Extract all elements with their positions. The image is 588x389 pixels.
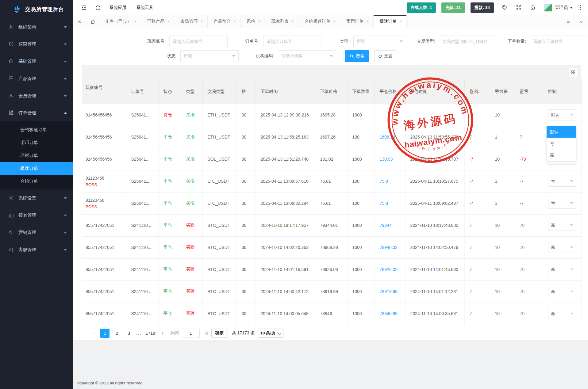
page-number[interactable]: 1: [100, 329, 110, 338]
sidebar-subitem[interactable]: 合约订单: [0, 175, 73, 188]
sidebar-item-product[interactable]: 产品管理: [0, 70, 73, 87]
tab-close-icon[interactable]: ×: [234, 19, 236, 24]
control-select[interactable]: 亏: [548, 176, 576, 187]
home-tab-icon[interactable]: [86, 15, 99, 28]
control-select[interactable]: 默认: [548, 109, 576, 120]
trade-type-input[interactable]: [439, 36, 497, 47]
chevron-down-icon: [570, 180, 573, 184]
page-size-select[interactable]: 10 条/页: [258, 329, 284, 338]
reset-button-label: 重置: [384, 53, 393, 59]
refresh-icon[interactable]: [95, 5, 101, 11]
tab-close-icon[interactable]: ×: [258, 19, 261, 24]
type-select[interactable]: 所有: [353, 36, 406, 47]
control-select[interactable]: 赢: [548, 308, 576, 319]
tabs-scroll-right-icon[interactable]: »: [562, 15, 575, 28]
goto-page-input[interactable]: [182, 329, 200, 338]
status-select[interactable]: 所有: [180, 50, 239, 62]
sidebar-item-marketing[interactable]: 营销管理: [0, 224, 73, 241]
more-menu-icon[interactable]: [580, 5, 582, 10]
brand[interactable]: 交易所管理后台: [0, 0, 73, 18]
sidebar-subitem[interactable]: 币币订单: [0, 136, 73, 149]
cell-close-price[interactable]: 130.93: [375, 148, 405, 170]
sidebar-item-member[interactable]: 会员管理: [0, 87, 73, 104]
sidebar-item-report[interactable]: 报表管理: [0, 207, 73, 224]
cell-close-price[interactable]: 75.8: [375, 170, 405, 192]
search-button[interactable]: 搜索: [345, 50, 369, 62]
tab-close-icon[interactable]: ×: [333, 19, 336, 24]
sidebar-item-permission[interactable]: 权限管理: [0, 36, 73, 53]
column-filter-icon[interactable]: [569, 68, 578, 77]
control-dropdown-option[interactable]: 亏: [547, 138, 576, 149]
cell-close-price[interactable]: 1608.24: [375, 126, 405, 148]
pagination: ‹123...1718›到第页确定共 17173 条10 条/页: [91, 329, 581, 338]
tab[interactable]: 合约极速订单×: [298, 15, 340, 28]
control-dropdown-option[interactable]: 赢: [547, 149, 576, 161]
control-select[interactable]: 赢: [548, 242, 576, 253]
sidebar-item-service[interactable]: 客服管理: [0, 241, 73, 258]
tab[interactable]: 理财产品×: [141, 15, 174, 28]
reset-button[interactable]: 重置: [374, 50, 396, 62]
cell-fee: 10: [490, 148, 515, 170]
tab-close-icon[interactable]: ×: [291, 19, 294, 24]
tab[interactable]: 产品简介×: [208, 15, 241, 28]
cell-close-price[interactable]: 78919.98: [375, 280, 405, 303]
tab[interactable]: 汇率（同步）×: [99, 15, 141, 28]
cell-close-price[interactable]: 78948.02: [375, 236, 405, 258]
cell-order-time: 2025-04-13 11:51:29.740: [256, 148, 315, 170]
order-no-input[interactable]: [263, 36, 321, 47]
page-number[interactable]: 2: [112, 329, 121, 338]
cell-close-price[interactable]: 78926.02: [375, 258, 405, 280]
player-account-input[interactable]: [169, 36, 228, 47]
order-qty-input[interactable]: [530, 36, 588, 47]
sidebar-item-base[interactable]: 基础管理: [0, 53, 73, 70]
tab-close-icon[interactable]: ×: [400, 19, 402, 24]
goto-confirm-button[interactable]: 确定: [211, 329, 228, 338]
fullscreen-icon[interactable]: [516, 5, 522, 11]
sidebar-item-label: 客服管理: [18, 247, 36, 253]
cell-close-price[interactable]: 78845.99: [375, 303, 405, 325]
sidebar-item-settings[interactable]: 系统设置: [0, 189, 73, 207]
control-dropdown-option[interactable]: 默认: [547, 126, 576, 138]
table-row: 91456456456S25041...平仓买涨SOL_USDT302025-0…: [82, 148, 581, 170]
page-number[interactable]: 3: [124, 329, 133, 338]
tab-close-icon[interactable]: ×: [134, 19, 136, 24]
org-code-select[interactable]: 请选择机构: [278, 50, 336, 62]
lock-icon[interactable]: [530, 5, 536, 11]
tab[interactable]: 极速订单×: [374, 15, 407, 28]
control-select[interactable]: 赢: [548, 286, 576, 297]
chevron-down-icon: [64, 215, 67, 218]
tab[interactable]: 币币订单×: [340, 15, 373, 28]
tab[interactable]: 风控×: [241, 15, 265, 28]
cell-close-price[interactable]: 75.8: [375, 192, 405, 214]
sidebar-item-order[interactable]: 订单管理: [0, 104, 73, 121]
tab-close-icon[interactable]: ×: [200, 19, 203, 24]
sidebar-subitem[interactable]: 理财订单: [0, 149, 73, 162]
cell-close-price[interactable]: 79344: [375, 214, 405, 236]
topnav-system-tools[interactable]: 系统工具: [136, 5, 153, 10]
page-number[interactable]: 1718: [144, 329, 156, 338]
prev-page-icon[interactable]: ‹: [91, 330, 98, 336]
control-select[interactable]: 亏: [548, 198, 576, 209]
control-select[interactable]: 赢: [548, 264, 576, 275]
user-menu[interactable]: 管理员: [544, 4, 573, 12]
cell-account: 855717427051: [82, 280, 126, 303]
tabs-menu-icon[interactable]: [575, 15, 588, 28]
tab[interactable]: 市场管理×: [174, 15, 207, 28]
tabs-scroll-left-icon[interactable]: «: [73, 15, 86, 28]
chevron-down-icon: [277, 331, 281, 335]
sidebar-item-org[interactable]: 组织架构: [0, 18, 73, 36]
online-count-badge[interactable]: 在线人数: 1: [407, 2, 436, 13]
collapse-sidebar-icon[interactable]: [81, 5, 87, 11]
tab-close-icon[interactable]: ×: [167, 19, 170, 24]
control-select[interactable]: 赢: [548, 220, 576, 231]
tag-icon[interactable]: [502, 5, 508, 11]
recharge-badge[interactable]: 充值: 21: [441, 2, 465, 13]
withdraw-badge[interactable]: 提款: 34: [471, 2, 494, 13]
tab-close-icon[interactable]: ×: [366, 19, 369, 24]
next-page-icon[interactable]: ›: [159, 330, 166, 336]
sidebar-item-label: 营销管理: [18, 230, 36, 235]
tab[interactable]: 玩家列表×: [265, 15, 298, 28]
sidebar-subitem[interactable]: 合约极速订单: [0, 123, 73, 136]
topnav-system-app[interactable]: 系统应用: [109, 5, 126, 10]
sidebar-subitem[interactable]: 极速订单: [0, 162, 73, 175]
